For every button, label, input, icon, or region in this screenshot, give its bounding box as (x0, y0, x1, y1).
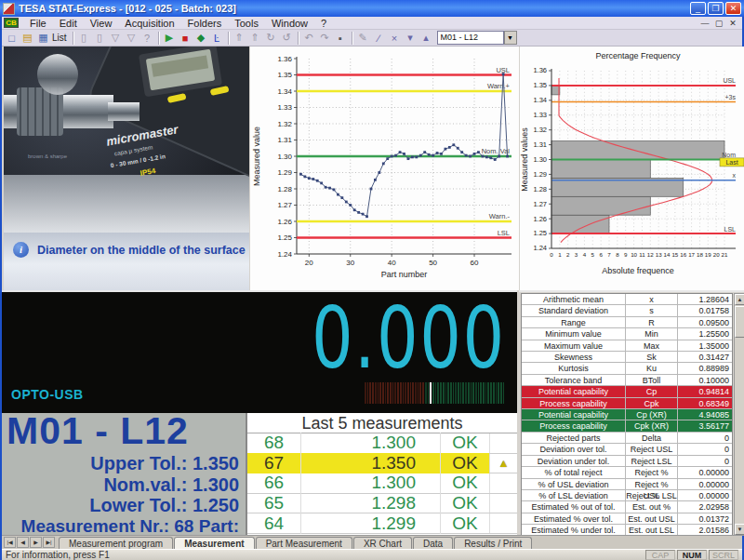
menu-item-window[interactable]: Window (265, 17, 314, 30)
up-icon[interactable]: ▴ (418, 31, 434, 46)
stats-row-reject-lsl: Deviation under tol.Reject LSL0 (522, 456, 732, 467)
menu-item-folders[interactable]: Folders (181, 17, 229, 30)
preview-icon[interactable]: ▯ (92, 31, 108, 46)
svg-text:2: 2 (566, 251, 570, 258)
mdi-restore-button[interactable]: ▢ (713, 19, 724, 28)
slash-icon[interactable]: ∕ (371, 31, 387, 46)
statistics-scrollbar[interactable]: ▲ ▼ (734, 293, 744, 536)
scrollbar-thumb[interactable] (735, 306, 744, 338)
station-info-panel: M01 - L12 Upper Tol.: 1.350Nom.val.: 1.3… (2, 413, 246, 535)
toolbar-separator (73, 32, 73, 45)
stats-row-cpk: Process capabilityCpk0.68349 (522, 398, 732, 409)
minimize-button[interactable]: _ (690, 2, 706, 15)
svg-text:8: 8 (616, 251, 619, 258)
print-icon[interactable]: ▯ (76, 31, 92, 46)
stat-value: 1.28604 (678, 294, 732, 304)
stat-label: Process capability (522, 398, 626, 408)
stats-row-r: RangeR0.09500 (522, 317, 732, 328)
down-icon[interactable]: ▾ (403, 31, 418, 46)
mdi-minimize-button[interactable]: — (699, 19, 711, 28)
station-icon[interactable]: ◆ (193, 31, 209, 46)
svg-text:USL: USL (723, 77, 736, 84)
tab-part-measurement[interactable]: Part Measurement (256, 537, 352, 550)
svg-text:+3s: +3s (725, 94, 737, 100)
filter-icon[interactable]: ▽ (108, 31, 124, 46)
svg-text:10: 10 (631, 251, 637, 258)
stat-label: % of USL deviation (522, 479, 626, 489)
stats-row-reject-usl: Deviation over tol.Reject USL0 (522, 444, 732, 455)
reload-icon[interactable]: ↺ (279, 31, 295, 46)
toolbar-separator (158, 32, 159, 45)
tab-xr-chart[interactable]: XR Chart (353, 537, 412, 550)
svg-text:60: 60 (471, 259, 479, 267)
help-box-icon[interactable]: ? (140, 31, 155, 46)
tab-measurement[interactable]: Measurement (174, 537, 254, 550)
menu-bar: CB FileEditViewAcquisitionFoldersToolsWi… (2, 17, 742, 30)
block-icon[interactable]: ▪ (333, 31, 349, 46)
svg-text:LSL: LSL (498, 229, 510, 237)
restore-button[interactable]: ❐ (708, 2, 724, 15)
svg-text:1.25: 1.25 (533, 229, 547, 237)
tab-data[interactable]: Data (413, 537, 453, 550)
menu-item-file[interactable]: File (23, 17, 53, 30)
tab-measurement-program[interactable]: Measurement program (59, 537, 173, 550)
measurement-row-64[interactable]: 641.299OK (247, 513, 517, 534)
combo-dropdown-icon[interactable]: ▼ (504, 31, 517, 45)
app-menu-icon[interactable]: CB (4, 18, 19, 28)
tab-results-print[interactable]: Results / Print (454, 537, 532, 550)
filter-clear-icon[interactable]: ▽ (124, 31, 140, 46)
tab-first-icon[interactable]: |◀ (4, 537, 16, 548)
new-file-icon[interactable]: □ (4, 31, 20, 46)
svg-text:12: 12 (647, 251, 654, 258)
run-chart: 1.241.251.261.271.281.291.301.311.321.33… (250, 47, 519, 290)
measurement-row-66[interactable]: 661.300OK (247, 473, 517, 494)
info-line: Upper Tol.: 1.350 (2, 453, 239, 474)
measurement-nr: 65 (247, 493, 301, 513)
measurement-nr: 66 (247, 473, 301, 493)
svg-text:21: 21 (722, 251, 728, 258)
measurement-row-68[interactable]: 681.300OK (247, 433, 517, 454)
menu-item-acquisition[interactable]: Acquisition (118, 17, 180, 30)
measurement-row-67[interactable]: 671.350OK▲ (247, 454, 517, 474)
scroll-down-icon[interactable]: ▼ (735, 524, 744, 535)
stat-symbol: Reject USL (626, 444, 678, 454)
list-button-label[interactable]: List (52, 33, 67, 43)
scroll-up-icon[interactable]: ▲ (735, 294, 744, 305)
tab-last-icon[interactable]: ▶| (43, 537, 55, 548)
stat-value: 0.09500 (678, 317, 732, 327)
redo-icon[interactable]: ↷ (317, 31, 333, 46)
menu-item-tools[interactable]: Tools (228, 17, 265, 30)
station-combo[interactable]: M01 - L12 (437, 31, 504, 45)
stat-value: 0.31427 (678, 352, 732, 362)
menu-item-edit[interactable]: Edit (53, 17, 84, 30)
stat-symbol: Cp (XR) (626, 409, 678, 420)
tab-next-icon[interactable]: ▶ (30, 537, 42, 548)
svg-text:16: 16 (680, 251, 686, 258)
svg-text:1.30: 1.30 (277, 153, 292, 161)
edit-icon[interactable]: ✎ (355, 31, 371, 46)
stat-value: 2.01586 (678, 525, 732, 535)
stop-acquisition-icon[interactable]: ■ (178, 31, 193, 46)
open-folder-icon[interactable]: ▤ (20, 31, 35, 46)
refresh-icon[interactable]: ↻ (263, 31, 279, 46)
undo-icon[interactable]: ↶ (301, 31, 317, 46)
measurement-value: 1.299 (301, 513, 441, 534)
send-up-icon[interactable]: ⇑ (232, 31, 247, 46)
probe-icon[interactable]: Ŀ (209, 31, 225, 46)
instrument-photo-panel: micromaster capa µ system 0 - 30 mm / 0 … (4, 47, 249, 290)
delete-icon[interactable]: × (387, 31, 403, 46)
send-up2-icon[interactable]: ⇑ (247, 31, 263, 46)
stats-row-s: Standard deviations0.01758 (522, 305, 732, 316)
measurement-row-65[interactable]: 651.298OK (247, 494, 517, 514)
menu-item-view[interactable]: View (84, 17, 119, 30)
close-button[interactable]: ✕ (725, 2, 741, 15)
svg-text:Nom: Nom (722, 152, 736, 158)
list-grid-icon[interactable]: ▦ (35, 31, 51, 46)
svg-text:Measured value: Measured value (252, 127, 261, 186)
stat-symbol: Cp (626, 386, 678, 396)
tab-prev-icon[interactable]: ◀ (17, 537, 29, 548)
menu-item-[interactable]: ? (314, 17, 333, 30)
svg-text:1.29: 1.29 (533, 170, 547, 179)
start-acquisition-icon[interactable]: ▶ (162, 31, 178, 46)
mdi-close-button[interactable]: ✕ (727, 19, 738, 28)
